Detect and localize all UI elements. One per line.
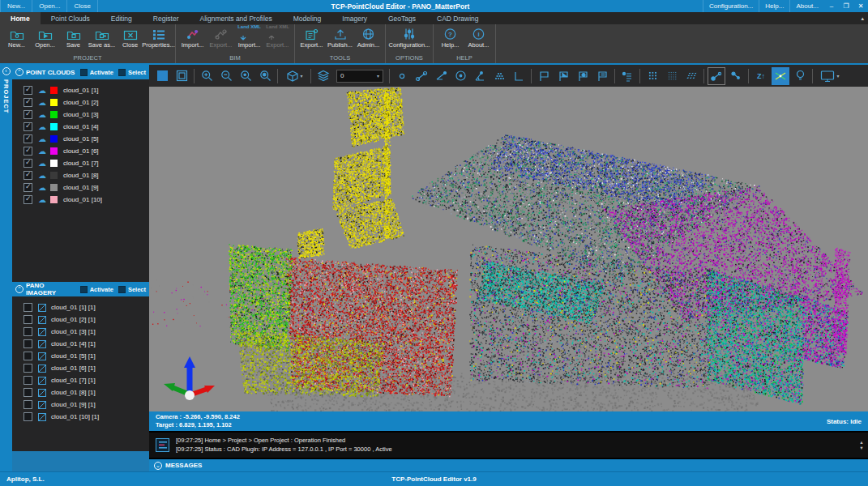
log-scroll-down-icon[interactable]: ▼ xyxy=(859,446,863,451)
tab-cad-drawing[interactable]: CAD Drawing xyxy=(426,12,490,24)
help-button[interactable]: ? Help... xyxy=(436,25,464,49)
ribbon-collapse-icon[interactable]: ▴ xyxy=(861,15,868,22)
row-checkbox[interactable] xyxy=(24,122,32,131)
color-swatch[interactable] xyxy=(50,123,58,130)
collapse-messages-icon[interactable]: ⌄ xyxy=(154,462,162,470)
point-cloud-row[interactable]: ☁cloud_01 [10] xyxy=(12,194,149,206)
titlebar-configuration-button[interactable]: Configuration... xyxy=(703,0,759,12)
viewport-3d[interactable] xyxy=(149,87,868,411)
link-point-tool[interactable] xyxy=(727,67,745,85)
slope-measure-tool[interactable] xyxy=(432,67,450,85)
point-clouds-activate-checkbox[interactable] xyxy=(80,69,88,76)
tab-point-clouds[interactable]: Point Clouds xyxy=(41,12,100,24)
log-scroll-up-icon[interactable]: ▲ xyxy=(859,440,863,446)
new-project-button[interactable]: New... xyxy=(2,25,31,49)
collapse-sidebar-icon[interactable]: ‹ xyxy=(2,67,11,75)
display-mode-tool[interactable]: ▾ xyxy=(816,67,844,85)
properties-button[interactable]: Properties... xyxy=(144,25,173,49)
bim-import-button[interactable]: Import... xyxy=(178,25,207,49)
point-cloud-row[interactable]: ☁cloud_01 [4] xyxy=(12,121,149,133)
color-swatch[interactable] xyxy=(50,111,58,118)
pano-row[interactable]: cloud_01 [6] [1] xyxy=(12,362,149,374)
save-project-button[interactable]: Save xyxy=(59,25,88,49)
circle-measure-tool[interactable] xyxy=(451,67,469,85)
z-up-tool[interactable]: Z↑ xyxy=(752,67,770,85)
color-swatch[interactable] xyxy=(50,172,58,179)
tab-geotags[interactable]: GeoTags xyxy=(378,12,426,24)
point-clouds-select-checkbox[interactable] xyxy=(118,69,126,76)
selection-rectangle-tool[interactable] xyxy=(153,67,171,85)
zoom-out-tool[interactable] xyxy=(217,67,235,85)
point-cloud-row[interactable]: ☁cloud_01 [8] xyxy=(12,169,149,181)
open-project-button[interactable]: Open... xyxy=(31,25,59,49)
row-checkbox[interactable] xyxy=(24,171,32,180)
clip-plane-circle-tool[interactable] xyxy=(574,67,592,85)
close-project-button[interactable]: Close xyxy=(116,25,144,49)
row-checkbox[interactable] xyxy=(24,98,32,107)
color-swatch[interactable] xyxy=(50,99,58,106)
pano-row[interactable]: cloud_01 [2] [1] xyxy=(12,313,149,326)
point-cloud-row[interactable]: ☁cloud_01 [3] xyxy=(12,109,149,121)
point-cloud-row[interactable]: ☁cloud_01 [6] xyxy=(12,145,149,157)
tools-export-button[interactable]: Export... xyxy=(297,25,326,49)
landxml-import-button[interactable]: Land XML Import... xyxy=(235,25,263,49)
row-checkbox[interactable] xyxy=(24,388,32,397)
view-orientation-tool[interactable]: ▾ xyxy=(281,67,307,85)
row-checkbox[interactable] xyxy=(24,159,32,168)
row-checkbox[interactable] xyxy=(24,327,32,336)
area-points-tool[interactable] xyxy=(490,67,508,85)
row-checkbox[interactable] xyxy=(24,134,32,143)
tab-home[interactable]: Home xyxy=(0,12,41,24)
row-checkbox[interactable] xyxy=(24,183,32,192)
collapse-point-clouds-icon[interactable]: ⌃ xyxy=(15,68,24,76)
tab-editing[interactable]: Editing xyxy=(100,12,143,24)
point-cloud-row[interactable]: ☁cloud_01 [2] xyxy=(12,96,149,109)
collapse-pano-imagery-icon[interactable]: ⌃ xyxy=(15,285,24,293)
grid-sparse-tool[interactable] xyxy=(644,67,661,85)
tab-imagery[interactable]: Imagery xyxy=(331,12,378,24)
angle-measure-tool[interactable] xyxy=(471,67,489,85)
point-tool[interactable] xyxy=(393,67,411,85)
pano-select-checkbox[interactable] xyxy=(118,286,126,293)
row-checkbox[interactable] xyxy=(24,364,32,373)
color-swatch[interactable] xyxy=(50,160,58,167)
light-tool[interactable] xyxy=(791,67,809,85)
point-list-tool[interactable] xyxy=(618,67,636,85)
point-cloud-row[interactable]: ☁cloud_01 [9] xyxy=(12,181,149,194)
pano-activate-checkbox[interactable] xyxy=(80,286,88,293)
zoom-extents-tool[interactable] xyxy=(256,67,274,85)
publish-button[interactable]: Publish... xyxy=(326,25,354,49)
zoom-window-tool[interactable] xyxy=(173,67,190,85)
zoom-in-tool[interactable] xyxy=(198,67,216,85)
titlebar-open-button[interactable]: Open... xyxy=(32,0,67,12)
pano-row[interactable]: cloud_01 [9] [1] xyxy=(12,399,149,411)
row-checkbox[interactable] xyxy=(24,315,32,324)
layers-tool[interactable] xyxy=(314,67,332,85)
row-checkbox[interactable] xyxy=(24,86,32,95)
distance-measure-tool[interactable] xyxy=(413,67,430,85)
pano-row[interactable]: cloud_01 [7] [1] xyxy=(12,374,149,386)
about-button[interactable]: i About... xyxy=(464,25,493,49)
minimize-button[interactable]: – xyxy=(824,0,839,12)
color-swatch[interactable] xyxy=(50,184,58,191)
pano-row[interactable]: cloud_01 [4] [1] xyxy=(12,338,149,350)
titlebar-close-button[interactable]: Close xyxy=(67,0,97,12)
tab-alignments-profiles[interactable]: Alignments and Profiles xyxy=(189,12,282,24)
row-checkbox[interactable] xyxy=(24,412,32,421)
row-checkbox[interactable] xyxy=(24,376,32,385)
titlebar-new-button[interactable]: New... xyxy=(0,0,32,12)
color-swatch[interactable] xyxy=(50,87,58,94)
pano-row[interactable]: cloud_01 [10] [1] xyxy=(12,411,149,423)
row-checkbox[interactable] xyxy=(24,352,32,360)
configuration-button[interactable]: Configuration... xyxy=(388,25,430,49)
tab-modeling[interactable]: Modeling xyxy=(283,12,332,24)
point-cloud-row[interactable]: ☁cloud_01 [7] xyxy=(12,157,149,169)
section-plane-tool[interactable] xyxy=(772,67,789,85)
coordinate-axis-tool[interactable] xyxy=(510,67,528,85)
clip-plane-lines-tool[interactable] xyxy=(593,67,611,85)
tab-register[interactable]: Register xyxy=(143,12,190,24)
titlebar-help-button[interactable]: Help... xyxy=(759,0,789,12)
grid-dense-tool[interactable] xyxy=(663,67,681,85)
clip-plane-tool[interactable] xyxy=(535,67,553,85)
row-checkbox[interactable] xyxy=(24,110,32,119)
